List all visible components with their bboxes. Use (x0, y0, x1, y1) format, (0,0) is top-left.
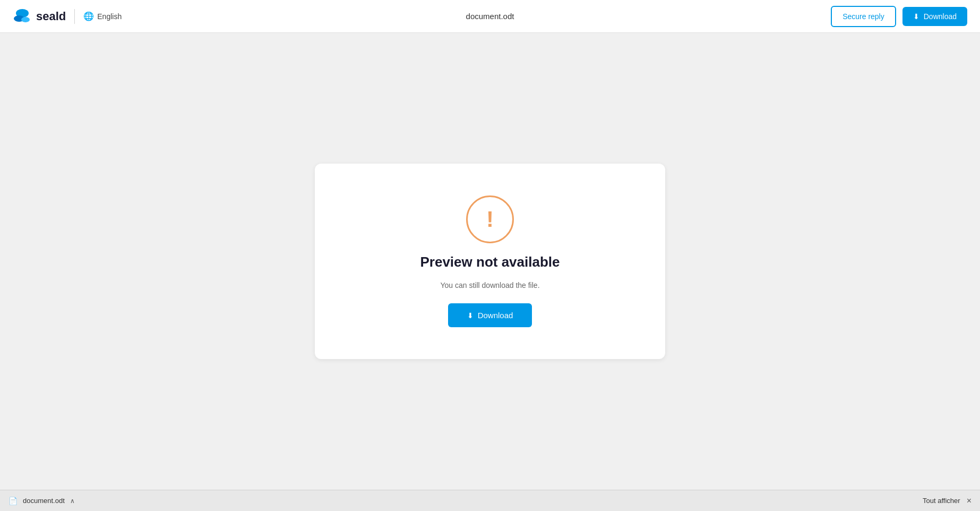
download-arrow-icon: ⬇ (913, 12, 919, 21)
preview-title: Preview not available (420, 254, 560, 270)
chevron-up-icon[interactable]: ∧ (70, 497, 75, 505)
warning-exclamation: ! (486, 208, 494, 231)
main-content: ! Preview not available You can still do… (0, 33, 980, 490)
logo-text: seald (36, 10, 66, 23)
header-left: seald 🌐 English (13, 7, 122, 26)
header-download-button[interactable]: ⬇ Download (902, 7, 967, 26)
preview-card: ! Preview not available You can still do… (315, 164, 665, 359)
bottom-left: 📄 document.odt ∧ (8, 497, 75, 505)
globe-icon: 🌐 (83, 11, 94, 21)
svg-point-2 (21, 17, 30, 22)
bottom-filename: document.odt (23, 497, 65, 505)
bottom-bar: 📄 document.odt ∧ Tout afficher × (0, 490, 980, 511)
secure-reply-button[interactable]: Secure reply (831, 6, 896, 27)
warning-icon: ! (466, 195, 514, 243)
header: seald 🌐 English document.odt Secure repl… (0, 0, 980, 33)
header-right: Secure reply ⬇ Download (831, 6, 967, 27)
language-label: English (97, 12, 122, 21)
main-download-button[interactable]: ⬇ Download (448, 303, 532, 327)
header-divider (74, 9, 75, 24)
header-download-label: Download (924, 12, 957, 21)
main-download-arrow-icon: ⬇ (467, 311, 474, 320)
main-download-label: Download (478, 311, 513, 320)
preview-subtitle: You can still download the file. (440, 281, 539, 289)
logo-container: seald (13, 7, 66, 26)
language-selector[interactable]: 🌐 English (83, 11, 122, 21)
bottom-right: Tout afficher × (923, 496, 972, 506)
file-icon: 📄 (8, 497, 18, 505)
tout-afficher-label[interactable]: Tout afficher (923, 497, 960, 505)
header-filename: document.odt (466, 12, 514, 21)
bottom-close-button[interactable]: × (967, 496, 972, 506)
seald-logo-icon (13, 7, 32, 26)
